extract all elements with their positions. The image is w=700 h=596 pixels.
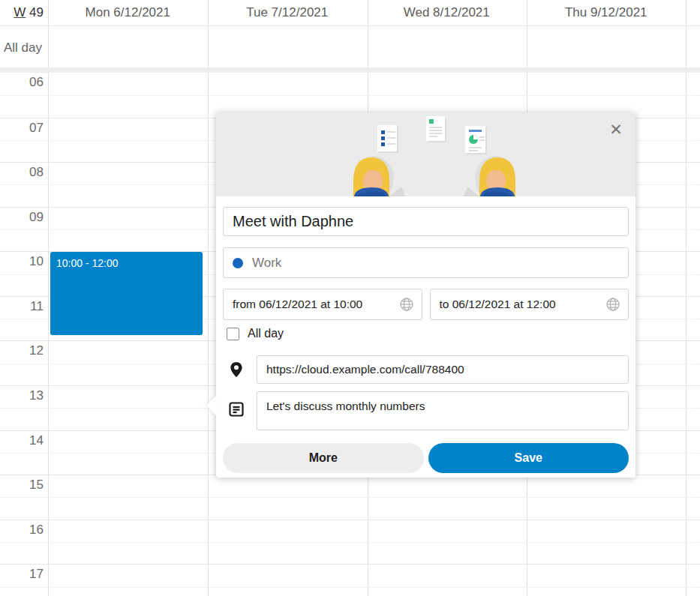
report-doc xyxy=(465,126,487,154)
hour-row-16[interactable]: 16 xyxy=(0,520,700,565)
hour-label: 08 xyxy=(0,165,44,180)
end-datetime-field[interactable]: to 06/12/2021 at 12:00 xyxy=(430,289,629,320)
meeting-illustration xyxy=(216,112,635,196)
hour-row-17[interactable]: 17 xyxy=(0,564,700,596)
description-row: Let's discuss monthly numbers xyxy=(223,391,629,430)
all-day-checkbox[interactable] xyxy=(227,328,239,340)
hour-label: 13 xyxy=(0,388,44,403)
day-header-wed[interactable]: Wed 8/12/2021 xyxy=(367,5,527,20)
all-day-checkbox-label: All day xyxy=(248,327,284,340)
calendar-picker[interactable]: Work xyxy=(223,247,629,278)
date-time-row: from 06/12/2021 at 10:00 to 06/12/2021 a… xyxy=(223,289,629,320)
description-textarea[interactable]: Let's discuss monthly numbers xyxy=(257,391,629,430)
hour-label: 14 xyxy=(0,433,44,448)
dialog-illustration-header: ✕ xyxy=(216,112,635,196)
day-header-thu[interactable]: Thu 9/12/2021 xyxy=(527,5,686,20)
location-input[interactable] xyxy=(257,355,629,384)
calendar-week-view: W 49 Mon 6/12/2021 Tue 7/12/2021 Wed 8/1… xyxy=(0,0,700,596)
hour-label: 11 xyxy=(0,299,44,314)
close-button[interactable]: ✕ xyxy=(605,118,626,139)
hour-label: 17 xyxy=(0,567,44,582)
half-hour-line xyxy=(0,542,700,543)
person-left xyxy=(353,156,405,196)
description-note-icon xyxy=(223,402,257,417)
timezone-globe-icon[interactable] xyxy=(605,297,620,312)
hour-label: 07 xyxy=(0,121,44,136)
hour-row-06[interactable]: 06 xyxy=(0,73,700,118)
popover-arrow xyxy=(206,396,216,415)
calendar-event-block[interactable]: 10:00 - 12:00 xyxy=(50,252,203,335)
hour-label: 09 xyxy=(0,210,44,225)
hour-label: 16 xyxy=(0,523,44,538)
checklist-doc xyxy=(377,125,398,153)
all-day-row-label: All day xyxy=(4,40,42,55)
more-button[interactable]: More xyxy=(223,443,424,473)
week-number: W 49 xyxy=(0,5,48,20)
event-editor-dialog: ✕ Work from 06/12/2021 at 10:00 xyxy=(216,112,635,478)
week-number-value: 49 xyxy=(29,5,44,19)
half-hour-line xyxy=(0,95,700,96)
event-title-input[interactable] xyxy=(223,207,629,236)
location-pin-icon xyxy=(223,361,257,378)
calendar-header: W 49 Mon 6/12/2021 Tue 7/12/2021 Wed 8/1… xyxy=(0,0,700,26)
half-hour-line xyxy=(0,497,700,498)
week-abbr: W xyxy=(14,5,26,19)
person-right xyxy=(464,156,515,196)
day-header-mon[interactable]: Mon 6/12/2021 xyxy=(48,5,208,20)
hour-label: 06 xyxy=(0,75,44,90)
half-hour-line xyxy=(0,587,700,588)
start-datetime-field[interactable]: from 06/12/2021 at 10:00 xyxy=(223,289,422,320)
hour-row-15[interactable]: 15 xyxy=(0,475,700,520)
hour-label: 15 xyxy=(0,478,44,493)
text-doc xyxy=(426,116,446,142)
end-datetime-value: to 06/12/2021 at 12:00 xyxy=(431,298,606,311)
timezone-globe-icon[interactable] xyxy=(399,297,414,312)
close-icon: ✕ xyxy=(609,121,623,137)
all-day-toggle-row: All day xyxy=(223,327,629,340)
hour-label: 12 xyxy=(0,343,44,358)
dialog-body: Work from 06/12/2021 at 10:00 to 06/12/2… xyxy=(216,196,635,473)
start-datetime-value: from 06/12/2021 at 10:00 xyxy=(224,298,399,311)
event-time-range: 10:00 - 12:00 xyxy=(56,257,119,269)
calendar-picker-label: Work xyxy=(252,256,281,271)
location-row xyxy=(223,355,629,384)
calendar-color-dot xyxy=(233,258,243,268)
day-header-tue[interactable]: Tue 7/12/2021 xyxy=(208,5,368,20)
dialog-actions: More Save xyxy=(223,443,629,473)
hour-label: 10 xyxy=(0,254,44,269)
save-button[interactable]: Save xyxy=(428,443,629,473)
all-day-row[interactable]: All day xyxy=(0,27,700,67)
all-day-divider xyxy=(0,67,700,73)
